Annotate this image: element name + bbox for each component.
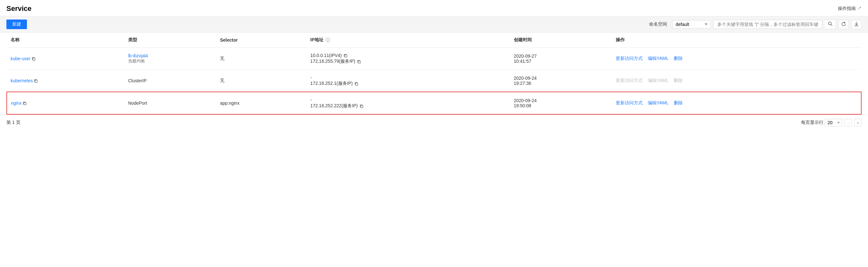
services-table: 名称 类型 Selector IP地址 i 创建时间 操作 kube-userl… <box>6 33 862 114</box>
search-button[interactable] <box>825 20 836 29</box>
ip-line: 172.16.252.222(服务IP) <box>310 103 506 109</box>
cell-created: 2020-09-24 19:27:36 <box>510 70 612 92</box>
cell-created: 2020-09-24 19:50:08 <box>510 92 612 114</box>
service-name-link[interactable]: nginx <box>11 101 22 106</box>
ip-info-icon[interactable]: i <box>326 38 330 42</box>
col-type: 类型 <box>124 33 216 48</box>
ip-copy-icon[interactable] <box>356 59 361 64</box>
action-更新访问方式[interactable]: 更新访问方式 <box>616 56 643 62</box>
page-wrapper: Service 操作指南 ↗ 新建 命名空间 default kube-syst… <box>0 0 868 267</box>
per-page-control: 每页显示行 10 20 50 100 <box>801 119 842 127</box>
pagination-right: 每页显示行 10 20 50 100 ‹ › <box>801 119 862 127</box>
search-input[interactable] <box>713 20 822 29</box>
action-编辑YAML[interactable]: 编辑YAML <box>648 78 669 84</box>
service-type-sub: 负载均衡 <box>128 58 213 64</box>
table-container: 名称 类型 Selector IP地址 i 创建时间 操作 kube-userl… <box>0 33 868 114</box>
ip-line: - <box>310 97 506 102</box>
pagination-bar: 第 1 页 每页显示行 10 20 50 100 ‹ › <box>0 114 868 130</box>
col-created: 创建时间 <box>510 33 612 48</box>
action-更新访问方式[interactable]: 更新访问方式 <box>616 78 643 84</box>
action-编辑YAML[interactable]: 编辑YAML <box>648 56 669 62</box>
svg-rect-9 <box>24 103 26 105</box>
cell-created: 2020-09-27 10:41:57 <box>510 48 612 70</box>
ip-value: 172.16.252.222(服务IP) <box>310 103 358 109</box>
table-row: kubernetesClusterIP无-172.16.252.1(服务IP)2… <box>7 70 861 92</box>
cell-name: nginx <box>7 92 124 114</box>
toolbar-left: 新建 <box>6 20 27 29</box>
ip-copy-icon[interactable] <box>359 103 364 108</box>
action-删除[interactable]: 删除 <box>674 78 683 84</box>
ip-value: - <box>310 75 312 80</box>
cell-selector: app:nginx <box>216 92 306 114</box>
page-header: Service 操作指南 ↗ <box>0 0 868 16</box>
toolbar-right: 命名空间 default kube-system kube-public <box>649 20 862 29</box>
cell-name: kube-user <box>7 48 124 70</box>
col-name: 名称 <box>7 33 124 48</box>
page-title: Service <box>6 4 31 13</box>
cell-type: NodePort <box>124 92 216 114</box>
svg-rect-10 <box>361 106 363 108</box>
name-copy-icon[interactable] <box>22 101 27 106</box>
svg-rect-5 <box>345 55 347 57</box>
ip-copy-icon[interactable] <box>342 53 348 58</box>
new-button[interactable]: 新建 <box>6 20 27 29</box>
cell-selector: 无 <box>216 70 306 92</box>
svg-rect-6 <box>359 61 361 63</box>
ip-copy-icon[interactable] <box>353 81 359 86</box>
svg-rect-8 <box>356 83 358 86</box>
cell-type: ClusterIP <box>124 70 216 92</box>
svg-rect-7 <box>35 80 37 82</box>
cell-ip: -172.16.252.1(服务IP) <box>306 70 510 92</box>
cell-type: lb-ibzvjal4负载均衡 <box>124 48 216 70</box>
action-更新访问方式[interactable]: 更新访问方式 <box>616 100 643 106</box>
per-page-label: 每页显示行 <box>801 120 824 126</box>
action-删除[interactable]: 删除 <box>674 56 683 62</box>
help-link[interactable]: 操作指南 ↗ <box>838 6 862 11</box>
service-type-link[interactable]: lb-ibzvjal4 <box>128 53 213 58</box>
col-actions: 操作 <box>612 33 861 48</box>
ip-value: 172.16.255.79(服务IP) <box>310 59 355 64</box>
service-name-link[interactable]: kubernetes <box>10 78 33 83</box>
per-page-select[interactable]: 10 20 50 100 <box>825 119 842 127</box>
next-page-button[interactable]: › <box>854 119 862 127</box>
name-copy-icon[interactable] <box>30 56 36 61</box>
namespace-select[interactable]: default kube-system kube-public <box>672 20 711 29</box>
name-copy-icon[interactable] <box>33 78 38 83</box>
namespace-label: 命名空间 <box>649 22 667 27</box>
cell-ip: -172.16.252.222(服务IP) <box>306 92 510 114</box>
col-ip: IP地址 i <box>306 33 510 48</box>
toolbar: 新建 命名空间 default kube-system kube-public <box>0 16 868 33</box>
ip-value: 10.0.0.11(IPV4) <box>310 53 342 58</box>
action-删除[interactable]: 删除 <box>674 100 683 106</box>
ip-line: 172.16.252.1(服务IP) <box>310 81 506 87</box>
cell-actions: 更新访问方式 编辑YAML 删除 <box>612 48 861 70</box>
prev-page-button[interactable]: ‹ <box>845 119 852 127</box>
cell-selector: 无 <box>216 48 306 70</box>
ip-line: 172.16.255.79(服务IP) <box>310 59 506 64</box>
action-编辑YAML[interactable]: 编辑YAML <box>648 100 669 106</box>
table-row: nginxNodePortapp:nginx-172.16.252.222(服务… <box>7 92 861 114</box>
cell-name: kubernetes <box>7 70 124 92</box>
cell-ip: 10.0.0.11(IPV4)172.16.255.79(服务IP) <box>306 48 510 70</box>
current-page-label: 第 1 页 <box>6 120 21 126</box>
cell-actions: 更新访问方式 编辑YAML 删除 <box>612 70 861 92</box>
download-button[interactable] <box>851 20 862 29</box>
ip-line: 10.0.0.11(IPV4) <box>310 53 506 58</box>
svg-rect-4 <box>33 58 35 61</box>
ip-line: - <box>310 75 506 80</box>
svg-line-1 <box>831 25 832 26</box>
ip-value: 172.16.252.1(服务IP) <box>310 81 352 87</box>
service-name-link[interactable]: kube-user <box>10 56 30 61</box>
col-selector: Selector <box>216 33 306 48</box>
refresh-button[interactable] <box>838 20 849 29</box>
table-row: kube-userlb-ibzvjal4负载均衡无10.0.0.11(IPV4)… <box>7 48 861 70</box>
table-header-row: 名称 类型 Selector IP地址 i 创建时间 操作 <box>7 33 861 48</box>
cell-actions: 更新访问方式 编辑YAML 删除 <box>612 92 861 114</box>
ip-value: - <box>310 97 312 102</box>
